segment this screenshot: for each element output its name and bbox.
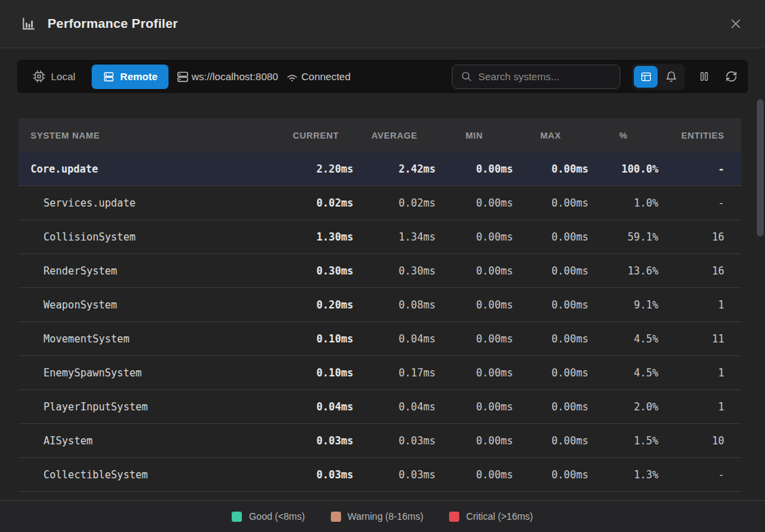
table-row[interactable]: WeaponSystem 0.20ms 0.08ms 0.00ms 0.00ms… [18,288,741,322]
min-cell: 0.00ms [435,299,513,311]
system-name-cell: Services.update [18,197,279,209]
refresh-icon [725,70,738,83]
current-cell: 0.02ms [279,197,353,209]
remote-mode-button[interactable]: Remote [92,65,168,89]
local-mode-label: Local [51,71,75,82]
entities-cell: - [658,163,741,175]
min-cell: 0.00ms [435,265,513,277]
search-box [452,65,620,89]
percent-cell: 2.0% [588,401,658,413]
table-row[interactable]: Services.update 0.02ms 0.02ms 0.00ms 0.0… [18,186,741,220]
max-cell: 0.00ms [513,401,588,413]
average-cell: 0.04ms [353,333,435,345]
percent-cell: 9.1% [588,299,658,311]
max-cell: 0.00ms [513,163,588,175]
legend-bar: Good (<8ms) Warning (8-16ms) Critical (>… [0,500,765,532]
percent-cell: 13.6% [588,265,658,277]
percent-cell: 100.0% [588,163,658,175]
systems-table: SYSTEM NAME CURRENT AVERAGE MIN MAX % EN… [18,118,741,492]
column-header-average[interactable]: AVERAGE [353,130,435,141]
ws-url: ws://localhost:8080 [176,70,279,84]
legend-item: Warning (8-16ms) [331,511,424,522]
min-cell: 0.00ms [435,197,513,209]
legend-swatch [331,512,341,522]
percent-cell: 4.5% [588,333,658,345]
bell-icon [665,71,677,83]
connection-status: Connected [285,70,351,84]
cpu-icon [33,70,46,83]
max-cell: 0.00ms [513,435,588,447]
max-cell: 0.00ms [513,197,588,209]
ws-url-label: ws://localhost:8080 [192,71,279,82]
table-row[interactable]: PlayerInputSystem 0.04ms 0.04ms 0.00ms 0… [18,390,741,424]
table-row[interactable]: EnemySpawnSystem 0.10ms 0.17ms 0.00ms 0.… [18,356,741,390]
legend-label: Warning (8-16ms) [348,511,424,522]
percent-cell: 4.5% [588,367,658,379]
column-header-entities[interactable]: ENTITIES [658,130,741,141]
table-row[interactable]: RenderSystem 0.30ms 0.30ms 0.00ms 0.00ms… [18,254,741,288]
current-cell: 0.03ms [279,435,353,447]
server-rack-icon [176,70,190,84]
entities-cell: 10 [658,435,741,447]
current-cell: 0.10ms [279,367,353,379]
scrollbar-thumb[interactable] [757,99,764,236]
min-cell: 0.00ms [435,333,513,345]
wifi-icon [285,70,299,84]
average-cell: 0.02ms [353,197,435,209]
search-icon [461,71,472,82]
column-header-current[interactable]: CURRENT [279,130,353,141]
local-mode-button[interactable]: Local [24,65,84,88]
page-title: Performance Profiler [48,16,178,31]
table-row[interactable]: Core.update 2.20ms 2.42ms 0.00ms 0.00ms … [18,152,741,186]
min-cell: 0.00ms [435,401,513,413]
legend-swatch [232,512,242,522]
column-header-min[interactable]: MIN [435,130,513,141]
pause-icon [698,70,711,83]
entities-cell: 1 [658,401,741,413]
current-cell: 0.20ms [279,299,353,311]
server-icon [103,71,115,83]
refresh-button[interactable] [724,69,739,84]
table-body: Core.update 2.20ms 2.42ms 0.00ms 0.00ms … [18,152,741,492]
average-cell: 0.03ms [353,469,435,481]
current-cell: 2.20ms [279,163,353,175]
percent-cell: 1.5% [588,435,658,447]
legend-item: Critical (>16ms) [449,511,533,522]
max-cell: 0.00ms [513,231,588,243]
percent-cell: 1.3% [588,469,658,481]
max-cell: 0.00ms [513,367,588,379]
legend-swatch [449,512,459,522]
system-name-cell: CollectibleSystem [18,469,279,481]
entities-cell: 1 [658,367,741,379]
system-name-cell: AISystem [18,435,279,447]
column-header-system-name[interactable]: SYSTEM NAME [18,130,279,141]
legend-label: Good (<8ms) [249,511,304,522]
entities-cell: 16 [658,265,741,277]
entities-cell: - [658,469,741,481]
max-cell: 0.00ms [513,469,588,481]
table-row[interactable]: MovementSystem 0.10ms 0.04ms 0.00ms 0.00… [18,322,741,356]
table-row[interactable]: CollectibleSystem 0.03ms 0.03ms 0.00ms 0… [18,458,741,492]
column-header-max[interactable]: MAX [513,130,588,141]
column-header-percent[interactable]: % [588,130,658,141]
close-icon[interactable] [726,14,746,34]
system-name-cell: CollisionSystem [18,231,279,243]
max-cell: 0.00ms [513,265,588,277]
max-cell: 0.00ms [513,299,588,311]
entities-cell: 1 [658,299,741,311]
system-name-cell: MovementSystem [18,333,279,345]
table-view-button[interactable] [634,66,658,88]
legend-item: Good (<8ms) [232,511,304,522]
min-cell: 0.00ms [435,435,513,447]
system-name-cell: PlayerInputSystem [18,401,279,413]
remote-mode-label: Remote [120,71,158,82]
search-input[interactable] [478,71,611,82]
table-row[interactable]: AISystem 0.03ms 0.03ms 0.00ms 0.00ms 1.5… [18,424,741,458]
legend-label: Critical (>16ms) [466,511,533,522]
table-row[interactable]: CollisionSystem 1.30ms 1.34ms 0.00ms 0.0… [18,220,741,254]
alerts-button[interactable] [659,66,683,88]
pause-button[interactable] [696,69,712,84]
current-cell: 0.03ms [279,469,353,481]
percent-cell: 1.0% [588,197,658,209]
average-cell: 1.34ms [353,231,435,243]
